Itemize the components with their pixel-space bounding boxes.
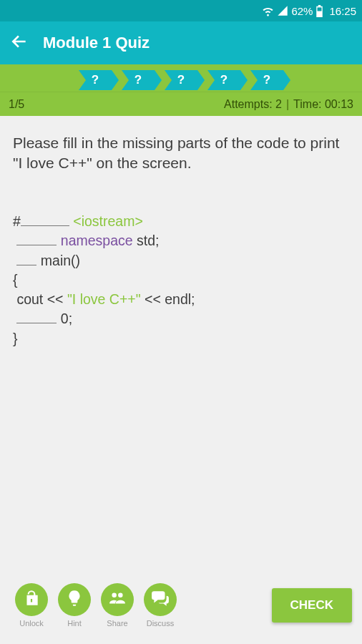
clock-time: 16:25 xyxy=(329,5,356,17)
progress-step[interactable]: ? xyxy=(79,70,112,90)
unlock-icon xyxy=(22,589,41,610)
back-button[interactable] xyxy=(10,32,29,54)
app-bar: Module 1 Quiz xyxy=(0,21,362,64)
hint-button[interactable]: Hint xyxy=(53,583,96,628)
code-text: << endl; xyxy=(141,291,195,307)
code-text: main() xyxy=(36,253,80,268)
people-icon xyxy=(108,589,127,610)
code-text: <iostream> xyxy=(73,213,143,229)
svg-rect-0 xyxy=(318,7,322,11)
discuss-button[interactable]: Discuss xyxy=(139,583,182,628)
unlock-label: Unlock xyxy=(19,619,44,628)
status-bar: 62% 16:25 xyxy=(0,0,362,21)
chat-icon xyxy=(151,589,170,610)
code-text: namespace xyxy=(61,233,133,248)
code-text: 0; xyxy=(57,311,72,326)
info-bar: 1/5 Attempts: 2 | Time: 00:13 xyxy=(0,92,362,116)
progress-step[interactable]: ? xyxy=(165,70,197,90)
battery-percent: 62% xyxy=(291,5,313,17)
progress-step[interactable]: ? xyxy=(250,70,283,90)
check-button[interactable]: CHECK xyxy=(272,588,352,623)
progress-step[interactable]: ? xyxy=(122,70,155,90)
wifi-icon xyxy=(262,5,274,17)
share-button[interactable]: Share xyxy=(96,583,139,628)
signal-icon xyxy=(277,5,288,16)
code-text: "I love C++" xyxy=(67,291,141,307)
code-text: # xyxy=(13,213,21,229)
question-area: Please fill in the missing parts of the … xyxy=(0,116,362,571)
code-text: std; xyxy=(133,233,160,248)
blank-input[interactable] xyxy=(21,212,69,226)
discuss-label: Discuss xyxy=(147,619,175,628)
code-text: cout << xyxy=(13,291,67,307)
blank-input[interactable] xyxy=(16,232,57,246)
battery-icon xyxy=(315,5,323,17)
code-text: } xyxy=(13,331,18,346)
time-label: Time: 00:13 xyxy=(293,98,353,111)
hint-label: Hint xyxy=(67,619,82,628)
blank-input[interactable] xyxy=(16,310,57,324)
code-block: # <iostream> namespace std; main() { cou… xyxy=(13,192,349,369)
bottom-bar: Unlock Hint Share Discuss CHECK xyxy=(0,571,362,644)
blank-input[interactable] xyxy=(16,251,36,265)
separator: | xyxy=(286,98,289,111)
question-counter: 1/5 xyxy=(9,98,24,111)
share-label: Share xyxy=(107,619,127,628)
attempts-label: Attempts: 2 xyxy=(224,98,282,111)
page-title: Module 1 Quiz xyxy=(43,34,150,52)
code-text: { xyxy=(13,272,18,288)
lightbulb-icon xyxy=(65,589,84,610)
progress-bar: ? ? ? ? ? xyxy=(0,64,362,92)
question-prompt: Please fill in the missing parts of the … xyxy=(13,133,349,174)
unlock-button[interactable]: Unlock xyxy=(10,583,53,628)
progress-step[interactable]: ? xyxy=(207,70,240,90)
